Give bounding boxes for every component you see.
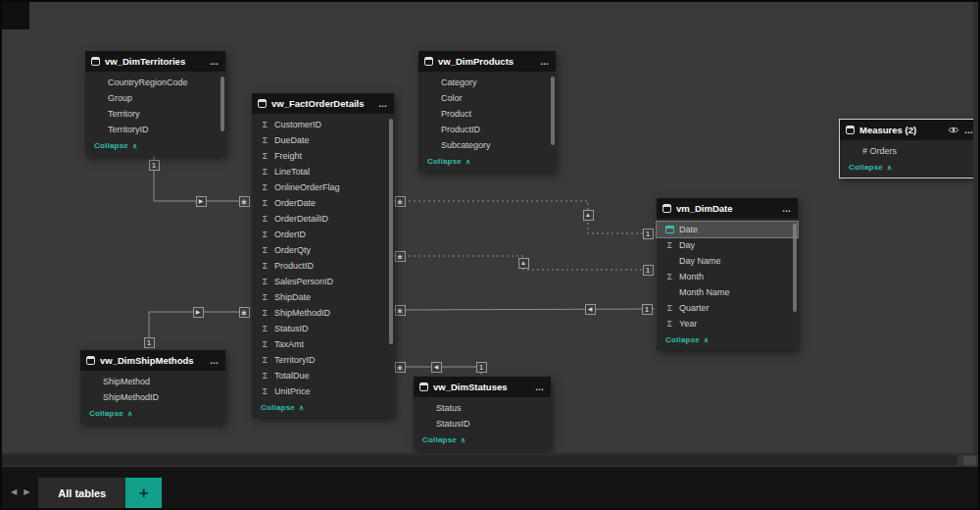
field-row[interactable]: ΣTaxAmt: [252, 336, 394, 352]
next-tab-button[interactable]: ▶: [24, 487, 29, 496]
table-scrollbar[interactable]: [389, 119, 393, 344]
table-vw-dimproducts[interactable]: vw_DimProducts … CategoryColorProductPro…: [418, 51, 556, 172]
field-row[interactable]: ShipMethod: [80, 374, 225, 389]
field-row[interactable]: ΣDueDate: [252, 132, 394, 148]
more-options-icon[interactable]: …: [535, 382, 545, 392]
table-header[interactable]: vm_DimDate …: [657, 198, 798, 219]
chevron-up-icon: ∧: [127, 410, 132, 417]
field-row[interactable]: Product: [418, 106, 556, 122]
field-row[interactable]: ΣTotalDue: [252, 368, 394, 383]
scroll-right-button[interactable]: [963, 456, 976, 465]
table-vw-factorderdetails[interactable]: vw_FactOrderDetails … ΣCustomerIDΣDueDat…: [252, 93, 394, 418]
table-vw-dimstatuses[interactable]: vw_DimStatuses … StatusStatusID Collapse…: [414, 377, 551, 450]
field-row[interactable]: ΣCustomerID: [252, 117, 394, 132]
field-name: StatusID: [274, 324, 309, 333]
field-row[interactable]: ΣOrderQty: [252, 242, 394, 258]
relationship-line[interactable]: [394, 201, 655, 233]
collapse-link[interactable]: Collapse ∧: [414, 432, 551, 446]
field-row[interactable]: ΣQuarter: [657, 300, 798, 316]
field-row[interactable]: ΣOrderDate: [252, 195, 394, 211]
field-row[interactable]: ΣDay: [657, 237, 798, 253]
table-vw-dimterritories[interactable]: vw_DimTerritories … CountryRegionCodeGro…: [85, 51, 225, 156]
field-row[interactable]: StatusID: [414, 416, 551, 432]
field-row[interactable]: ΣOrderDetailID: [252, 211, 394, 227]
field-row[interactable]: CountryRegionCode: [85, 75, 225, 90]
field-row[interactable]: ProductID: [418, 122, 556, 137]
field-row[interactable]: ΣFreight: [252, 148, 394, 164]
field-row[interactable]: Subcategory: [418, 137, 556, 153]
table-measures[interactable]: Measures (2) … # Orders Collapse ∧: [840, 120, 980, 178]
table-header[interactable]: vw_DimProducts …: [418, 51, 556, 72]
field-name: ShipMethodID: [103, 392, 159, 402]
field-row[interactable]: ShipMethodID: [80, 389, 225, 405]
field-row[interactable]: ΣUnitPrice: [252, 383, 394, 399]
table-title: Measures (2): [859, 125, 943, 135]
field-row[interactable]: Category: [418, 75, 556, 90]
field-row[interactable]: ΣOnlineOrderFlag: [252, 179, 394, 195]
field-row[interactable]: ΣOrderID: [252, 227, 394, 242]
sigma-icon: Σ: [261, 152, 270, 161]
field-name: Status: [436, 403, 462, 413]
field-row[interactable]: Color: [418, 90, 556, 106]
field-row[interactable]: ΣStatusID: [252, 321, 394, 336]
collapse-link[interactable]: Collapse ∧: [840, 159, 980, 174]
collapse-link[interactable]: Collapse ∧: [85, 137, 225, 152]
table-vm-dimdate[interactable]: vm_DimDate … DateΣDayDay NameΣMonthMonth…: [657, 198, 798, 350]
field-row[interactable]: ΣTerritoryID: [252, 352, 394, 368]
table-title: vw_FactOrderDetails: [271, 98, 373, 109]
more-options-icon[interactable]: …: [210, 356, 220, 366]
table-icon: [419, 382, 428, 391]
vertical-scrollbar[interactable]: [973, 2, 978, 458]
field-name: TerritoryID: [108, 125, 149, 134]
more-options-icon[interactable]: …: [782, 204, 792, 214]
tab-all-tables[interactable]: All tables: [38, 478, 125, 508]
field-name: OrderID: [274, 230, 306, 239]
arrow-up-cardinality-marker: ▲: [518, 258, 529, 269]
field-row[interactable]: # Orders: [840, 143, 980, 159]
table-header[interactable]: Measures (2) …: [840, 120, 980, 140]
field-row[interactable]: ΣLineTotal: [252, 164, 394, 179]
field-row[interactable]: Date: [657, 222, 798, 237]
scrollbar-thumb[interactable]: [2, 455, 957, 466]
field-name: LineTotal: [274, 167, 310, 177]
table-header[interactable]: vw_DimStatuses …: [414, 377, 551, 397]
model-canvas[interactable]: 1▶∗1▶∗∗▲1∗▲1∗◀1∗◀1 vw_DimTerritories … C…: [2, 2, 978, 458]
relationship-line[interactable]: [149, 312, 250, 348]
table-scrollbar[interactable]: [551, 76, 555, 145]
field-row[interactable]: ΣSalesPersonID: [252, 274, 394, 289]
horizontal-scrollbar[interactable]: [2, 453, 978, 467]
field-row[interactable]: TerritoryID: [85, 122, 225, 137]
field-row[interactable]: ΣProductID: [252, 258, 394, 274]
collapse-link[interactable]: Collapse ∧: [80, 405, 225, 420]
collapse-link[interactable]: Collapse ∧: [252, 399, 394, 414]
more-options-icon[interactable]: …: [210, 57, 220, 67]
table-header[interactable]: vw_DimTerritories …: [85, 51, 225, 72]
more-options-icon[interactable]: …: [540, 57, 550, 67]
field-row[interactable]: Group: [85, 90, 225, 106]
new-layout-tab-button[interactable]: +: [125, 478, 162, 508]
field-row[interactable]: Status: [414, 400, 551, 416]
relationship-line[interactable]: [394, 309, 655, 310]
more-options-icon[interactable]: …: [378, 99, 388, 109]
field-row[interactable]: ΣShipDate: [252, 289, 394, 305]
prev-tab-button[interactable]: ◀: [11, 487, 17, 496]
field-row[interactable]: Month Name: [657, 284, 798, 300]
field-row[interactable]: ΣMonth: [657, 269, 798, 284]
eye-icon[interactable]: [948, 126, 959, 134]
collapse-link[interactable]: Collapse ∧: [657, 332, 798, 346]
collapse-link[interactable]: Collapse ∧: [418, 153, 556, 168]
field-list: ShipMethodShipMethodID: [80, 374, 225, 405]
table-header[interactable]: vw_FactOrderDetails …: [252, 93, 394, 114]
table-vw-dimshipmethods[interactable]: vw_DimShipMethods … ShipMethodShipMethod…: [80, 350, 225, 424]
field-row[interactable]: ΣShipMethodID: [252, 305, 394, 321]
field-row[interactable]: Territory: [85, 106, 225, 122]
field-list: DateΣDayDay NameΣMonthMonth NameΣQuarter…: [657, 222, 798, 332]
table-scrollbar[interactable]: [220, 76, 224, 131]
table-icon: [86, 356, 95, 365]
table-scrollbar[interactable]: [793, 224, 797, 312]
field-row[interactable]: Day Name: [657, 253, 798, 269]
relationship-line[interactable]: [154, 156, 250, 201]
table-header[interactable]: vw_DimShipMethods …: [80, 350, 225, 371]
sigma-icon: Σ: [261, 183, 270, 192]
field-row[interactable]: ΣYear: [657, 316, 798, 332]
